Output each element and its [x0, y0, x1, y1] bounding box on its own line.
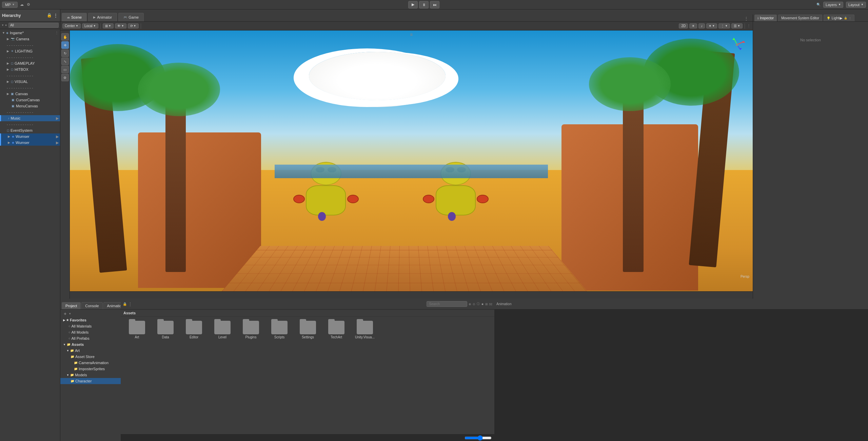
folder-item-level[interactable]: Level	[209, 319, 236, 340]
scene-menu-button[interactable]: ⋮▼	[718, 23, 730, 28]
asset-zoom-icon[interactable]: ⊞ 32	[485, 302, 492, 306]
folder-item-data[interactable]: Data	[152, 319, 179, 340]
top-bar-left: MP ▼ ☁ ⚙	[2, 2, 31, 8]
hierarchy-item-canvas[interactable]: ▶ ▣ Canvas	[0, 91, 60, 97]
rect-tool-button[interactable]: ▭	[61, 66, 69, 73]
search-icon[interactable]: 🔍	[816, 3, 821, 6]
scene-overlay-menu[interactable]: ≡	[410, 32, 413, 37]
project-assets-header[interactable]: ▼ 📁 Assets	[60, 341, 121, 348]
view-options-button[interactable]: 👁▼	[115, 23, 126, 28]
mp-button[interactable]: MP ▼	[2, 2, 18, 8]
pivot-button[interactable]: Center ▼	[62, 23, 81, 28]
tab-animator[interactable]: ▶ Animator	[88, 13, 117, 21]
project-item-models[interactable]: ▼ 📁 Models	[60, 372, 121, 378]
project-add-arrow[interactable]: ▼	[68, 312, 71, 315]
grid-button[interactable]: ⊞▼	[103, 23, 114, 28]
models-arrow: ▼	[66, 374, 69, 377]
anim-toolbar: Animation	[494, 299, 868, 310]
project-item-camera-anim[interactable]: 📁 CameraAnimation	[60, 360, 121, 366]
project-item-all-models[interactable]: ○ All Models	[60, 329, 121, 335]
scene-tab-more[interactable]: ⋮	[744, 16, 751, 21]
asset-search-star[interactable]: ★	[481, 302, 484, 306]
hierarchy-item-cursorcanvas[interactable]: ▣ CursorCanvas	[0, 97, 60, 103]
fx-toggle-button[interactable]: ✦▼	[706, 23, 717, 28]
tab-inspector[interactable]: ℹ Inspector	[754, 15, 777, 21]
project-item-art[interactable]: ▼ 📁 Art	[60, 348, 121, 354]
transform-all-button[interactable]: ⚙	[61, 74, 69, 81]
asset-lock-icon[interactable]: 🔒	[123, 302, 127, 306]
camera-label: Camera	[16, 37, 29, 41]
project-favorites-header[interactable]: ▶ ★ Favorites	[60, 317, 121, 323]
layout-dropdown[interactable]: Layout ▼	[846, 2, 866, 8]
asset-search-icon-3[interactable]: ⓘ	[477, 302, 480, 306]
hierarchy-item-gameplay[interactable]: ▶ ◻ GAMEPLAY	[0, 60, 60, 66]
folder-label-scripts: Scripts	[274, 335, 285, 339]
hand-tool-button[interactable]: ✋	[61, 33, 69, 41]
project-tab-project[interactable]: Project	[62, 302, 81, 309]
music-more[interactable]: ▶	[56, 116, 59, 121]
asset-search-input[interactable]	[427, 301, 467, 307]
wumser2-more[interactable]: ▶	[56, 141, 59, 145]
lighting-icon: ☀	[11, 49, 14, 53]
project-item-asset-store[interactable]: 📁 Asset Store	[60, 354, 121, 360]
gizmos-button[interactable]: ☰▼	[731, 23, 743, 28]
light-toggle-button[interactable]: ☀	[689, 23, 697, 28]
project-tab-console[interactable]: Console	[81, 302, 102, 309]
project-add-button[interactable]: +	[62, 310, 68, 317]
asset-search-icon-2[interactable]: ⊙	[473, 302, 475, 306]
rotate-tool-button[interactable]: ↻	[61, 49, 69, 57]
zoom-slider[interactable]	[465, 436, 492, 440]
folder-item-unity-visual[interactable]: Unity.Visua...	[351, 319, 378, 340]
hierarchy-item-visual[interactable]: ▶ ◻ VISUAL	[0, 79, 60, 85]
hierarchy-item-hitbox[interactable]: ▶ ◻ HITBOX	[0, 66, 60, 72]
scene-more-icon[interactable]: ⋮	[744, 16, 749, 21]
tab-scene[interactable]: ⛰ Scene	[62, 13, 87, 21]
hierarchy-item-ingame[interactable]: ▼ ◈ Ingame* ⋮	[0, 30, 60, 36]
asset-more-icon[interactable]: ⋮	[128, 302, 132, 307]
project-item-character[interactable]: 📁 Character	[60, 378, 121, 384]
folder-item-settings[interactable]: Settings	[294, 319, 321, 340]
hierarchy-item-music[interactable]: ♪ Music ▶	[0, 115, 60, 121]
project-item-all-materials[interactable]: ○ All Materials	[60, 323, 121, 329]
transform-button[interactable]: ⟳▼	[128, 23, 139, 28]
step-button[interactable]: ⏭	[430, 1, 439, 8]
ingame-more[interactable]: ⋮	[55, 31, 59, 35]
2d-button[interactable]: 2D	[679, 23, 688, 28]
layers-dropdown[interactable]: Layers ▼	[823, 2, 843, 8]
project-item-imposter-sprites[interactable]: 📁 ImposterSprites	[60, 366, 121, 372]
pause-button[interactable]: ⏸	[419, 1, 429, 8]
hierarchy-item-wumser1[interactable]: ▶ ◈ Wumser ▶	[0, 133, 60, 140]
scene-view[interactable]: ✋ ✥ ↻ ⤡ ▭ ⚙	[60, 30, 753, 299]
hierarchy-item-camera[interactable]: ▶ 📷 Camera	[0, 36, 60, 42]
play-button[interactable]: ▶	[408, 1, 418, 8]
audio-toggle-button[interactable]: ♪	[698, 23, 705, 28]
scale-tool-button[interactable]: ⤡	[61, 58, 69, 65]
hierarchy-item-lighting[interactable]: ▶ ☀ LIGHTING	[0, 48, 60, 54]
project-item-all-prefabs[interactable]: ○ All Prefabs	[60, 335, 121, 341]
tab-lighting[interactable]: 💡 Lighti▶ 🔒 ⋮	[824, 15, 854, 21]
lighting-lock-icon: 🔒	[844, 17, 847, 20]
tab-movement-editor[interactable]: Movement System Editor	[778, 15, 822, 21]
folder-item-techart[interactable]: TechArt	[323, 319, 350, 340]
tab-game[interactable]: 🎮 Game	[118, 13, 144, 21]
hierarchy-item-menucanvas[interactable]: ▣ MenuCanvas	[0, 103, 60, 109]
hierarchy-lock-icon[interactable]: 🔒	[47, 13, 52, 18]
move-tool-button[interactable]: ✥	[61, 41, 69, 49]
lighting-more-icon[interactable]: ⋮	[849, 17, 851, 20]
hierarchy-search-input[interactable]	[8, 23, 59, 28]
scene-toolbar-more-icon[interactable]: ⋮	[747, 24, 751, 28]
folder-item-scripts[interactable]: Scripts	[266, 319, 293, 340]
water-strip	[275, 165, 548, 178]
folder-item-plugins[interactable]: Plugins	[237, 319, 264, 340]
folder-item-editor[interactable]: Editor	[180, 319, 208, 340]
hitbox-label: HITBOX	[15, 67, 28, 71]
asset-search-icon-1[interactable]: ⊕	[469, 302, 471, 306]
cloud-icon[interactable]: ☁	[19, 2, 24, 7]
gear-icon[interactable]: ⚙	[26, 2, 31, 7]
space-button[interactable]: Local ▼	[82, 23, 98, 28]
hierarchy-item-wumser2[interactable]: ▶ ◈ Wumser ▶	[0, 140, 60, 146]
wumser1-more[interactable]: ▶	[56, 134, 59, 139]
hierarchy-more-icon[interactable]: ⋮	[53, 13, 58, 18]
hierarchy-item-eventsystem[interactable]: ◻ EventSystem	[0, 127, 60, 133]
folder-item-art[interactable]: Art	[123, 319, 151, 340]
